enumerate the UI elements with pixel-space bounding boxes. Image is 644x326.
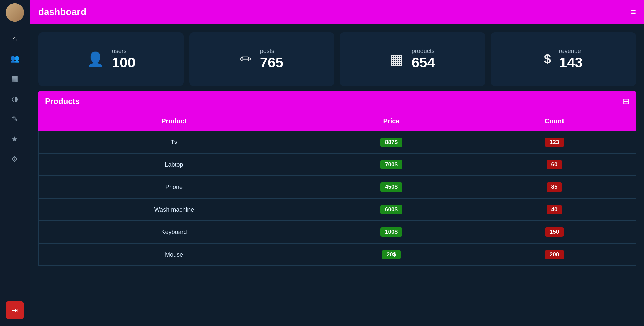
logout-button[interactable]: ⇥ bbox=[6, 301, 24, 319]
sidebar-item-settings[interactable]: ⚙ bbox=[8, 153, 21, 166]
price-badge: 600$ bbox=[380, 205, 402, 214]
cell-count: 150 bbox=[473, 221, 636, 243]
price-badge: 450$ bbox=[380, 182, 402, 192]
cell-count: 200 bbox=[473, 243, 636, 266]
header-list-icon: ≡ bbox=[631, 7, 636, 17]
sidebar-item-users[interactable]: 👥 bbox=[8, 52, 21, 65]
table-header: Product Price Count bbox=[38, 111, 636, 131]
count-badge: 85 bbox=[547, 182, 562, 192]
user-silhouette-icon: 👤 bbox=[87, 51, 104, 67]
stats-row: 👤 users 100 ✏ posts 765 ▦ products 654 $… bbox=[30, 24, 644, 91]
page-title: dashboard bbox=[38, 7, 86, 17]
table-row: Labtop700$60 bbox=[38, 154, 636, 176]
cell-product: Phone bbox=[38, 176, 310, 198]
count-badge: 123 bbox=[545, 138, 564, 147]
cell-price: 700$ bbox=[310, 154, 473, 176]
posts-label: posts bbox=[260, 48, 283, 55]
table-row: Wash machine600$40 bbox=[38, 199, 636, 221]
cell-count: 85 bbox=[473, 176, 636, 198]
revenue-value: 143 bbox=[559, 55, 583, 71]
price-badge: 700$ bbox=[380, 160, 402, 169]
header-bar: dashboard ≡ bbox=[30, 0, 644, 24]
table-row: Keyboard100$150 bbox=[38, 221, 636, 243]
cell-product: Wash machine bbox=[38, 199, 310, 221]
cell-product: Keyboard bbox=[38, 221, 310, 243]
posts-value: 765 bbox=[260, 55, 283, 71]
main-content: dashboard ≡ 👤 users 100 ✏ posts 765 ▦ pr… bbox=[30, 0, 644, 326]
products-value: 654 bbox=[412, 55, 435, 71]
col-header-price: Price bbox=[310, 111, 473, 131]
products-section: Products ⊞ Product Price Count Tv887$123… bbox=[38, 91, 636, 266]
cell-product: Labtop bbox=[38, 154, 310, 176]
cell-count: 123 bbox=[473, 131, 636, 153]
table-body: Tv887$123Labtop700$60Phone450$85Wash mac… bbox=[38, 131, 636, 266]
stat-card-products: ▦ products 654 bbox=[340, 32, 485, 86]
products-section-title: Products bbox=[45, 97, 80, 106]
cell-price: 450$ bbox=[310, 176, 473, 198]
sidebar: ⌂ 👥 ▦ ◑ ✎ ★ ⚙ ⇥ bbox=[0, 0, 30, 326]
sidebar-item-star[interactable]: ★ bbox=[8, 132, 21, 146]
products-header-bar: Products ⊞ bbox=[38, 91, 636, 111]
col-header-count: Count bbox=[473, 111, 636, 131]
avatar[interactable] bbox=[6, 3, 24, 22]
products-grid-icon: ⊞ bbox=[623, 97, 629, 106]
sidebar-item-chart[interactable]: ◑ bbox=[8, 92, 21, 106]
stat-card-users: 👤 users 100 bbox=[38, 32, 184, 86]
table-row: Mouse20$200 bbox=[38, 243, 636, 266]
sidebar-item-home[interactable]: ⌂ bbox=[8, 32, 21, 45]
cell-product: Mouse bbox=[38, 243, 310, 266]
price-badge: 20$ bbox=[382, 250, 401, 259]
cell-count: 60 bbox=[473, 154, 636, 176]
cell-count: 40 bbox=[473, 199, 636, 221]
col-header-product: Product bbox=[38, 111, 310, 131]
grid-icon: ▦ bbox=[390, 51, 404, 67]
table-row: Phone450$85 bbox=[38, 176, 636, 199]
sidebar-item-edit[interactable]: ✎ bbox=[8, 112, 21, 126]
stat-card-revenue: $ revenue 143 bbox=[491, 32, 636, 86]
price-badge: 100$ bbox=[380, 227, 402, 237]
price-badge: 887$ bbox=[380, 138, 402, 147]
count-badge: 60 bbox=[547, 160, 562, 169]
cell-price: 600$ bbox=[310, 199, 473, 221]
cell-product: Tv bbox=[38, 131, 310, 153]
count-badge: 200 bbox=[545, 250, 564, 259]
cell-price: 20$ bbox=[310, 243, 473, 266]
pencil-icon: ✏ bbox=[240, 51, 252, 67]
dollar-icon: $ bbox=[544, 52, 551, 66]
count-badge: 40 bbox=[547, 205, 562, 214]
revenue-label: revenue bbox=[559, 48, 583, 55]
table-row: Tv887$123 bbox=[38, 131, 636, 154]
count-badge: 150 bbox=[545, 227, 564, 237]
users-value: 100 bbox=[112, 55, 136, 71]
stat-card-posts: ✏ posts 765 bbox=[189, 32, 335, 86]
users-label: users bbox=[112, 48, 136, 55]
products-label: products bbox=[412, 48, 435, 55]
cell-price: 100$ bbox=[310, 221, 473, 243]
cell-price: 887$ bbox=[310, 131, 473, 153]
sidebar-item-table[interactable]: ▦ bbox=[8, 72, 21, 86]
